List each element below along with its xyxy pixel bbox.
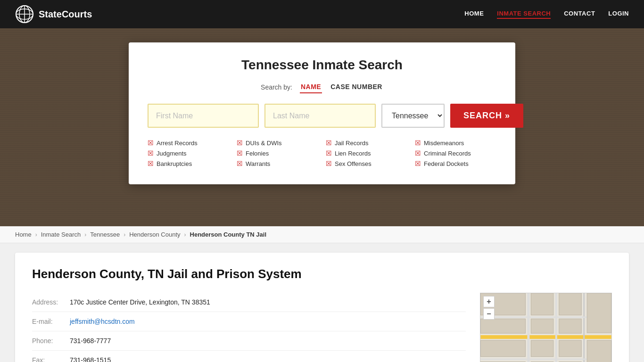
check-icon: ☒ <box>415 139 421 147</box>
search-card: Tennessee Inmate Search Search by: NAME … <box>129 42 515 184</box>
search-inputs-row: Tennessee SEARCH » <box>148 104 496 128</box>
check-judgments: ☒ Judgments <box>148 149 229 157</box>
info-row-email: E-mail: jeffsmith@hcsdtn.com <box>32 312 466 331</box>
svg-rect-25 <box>587 340 611 362</box>
breadcrumb: Home › Inmate Search › Tennessee › Hende… <box>0 226 644 243</box>
breadcrumb-county[interactable]: Henderson County <box>129 231 180 238</box>
address-value: 170c Justice Center Drive, Lexington, TN… <box>70 298 210 306</box>
breadcrumb-sep: › <box>184 231 186 238</box>
breadcrumb-sep: › <box>35 231 37 238</box>
check-label: Misdemeanors <box>424 140 464 147</box>
check-arrest-records: ☒ Arrest Records <box>148 139 229 147</box>
main-nav: HOME INMATE SEARCH CONTACT LOGIN <box>464 10 629 19</box>
svg-rect-16 <box>559 319 582 333</box>
phone-label: Phone: <box>32 337 70 345</box>
content-card: Henderson County, TN Jail and Prison Sys… <box>15 253 629 362</box>
svg-rect-17 <box>559 340 582 357</box>
check-federal-dockets: ☒ Federal Dockets <box>415 160 496 167</box>
map-section: + − <box>480 293 612 362</box>
main-content: Henderson County, TN Jail and Prison Sys… <box>0 243 644 362</box>
check-icon: ☒ <box>326 139 332 147</box>
check-label: Jail Records <box>335 140 369 147</box>
check-label: Lien Records <box>335 150 371 157</box>
check-label: DUIs & DWIs <box>246 140 282 147</box>
svg-rect-15 <box>559 293 582 315</box>
svg-rect-7 <box>527 293 529 362</box>
check-icon: ☒ <box>148 160 154 167</box>
check-felonies: ☒ Felonies <box>237 149 318 157</box>
search-card-title: Tennessee Inmate Search <box>148 58 496 73</box>
search-button[interactable]: SEARCH » <box>450 104 523 128</box>
check-icon: ☒ <box>415 149 421 157</box>
check-icon: ☒ <box>237 160 243 167</box>
nav-contact[interactable]: CONTACT <box>564 10 595 19</box>
check-jail-records: ☒ Jail Records <box>326 139 407 147</box>
hero-section: COURTHOUSE Tennessee Inmate Search Searc… <box>0 28 644 226</box>
breadcrumb-sep: › <box>84 231 86 238</box>
fax-value: 731-968-1515 <box>70 356 111 362</box>
map-svg: SR <box>480 293 611 362</box>
site-header: StateCourts HOME INMATE SEARCH CONTACT L… <box>0 0 644 28</box>
tab-case-number[interactable]: CASE NUMBER <box>330 81 383 93</box>
fax-label: Fax: <box>32 356 70 362</box>
check-icon: ☒ <box>237 149 243 157</box>
check-duis: ☒ DUIs & DWIs <box>237 139 318 147</box>
nav-home[interactable]: HOME <box>464 10 484 19</box>
check-label: Felonies <box>246 150 269 157</box>
check-label: Warrants <box>246 160 270 167</box>
first-name-input[interactable] <box>148 104 259 128</box>
check-misdemeanors: ☒ Misdemeanors <box>415 139 496 147</box>
info-row-phone: Phone: 731-968-7777 <box>32 331 466 351</box>
check-icon: ☒ <box>237 139 243 147</box>
svg-rect-8 <box>555 293 557 362</box>
content-inner: Address: 170c Justice Center Drive, Lexi… <box>32 293 612 362</box>
search-by-row: Search by: NAME CASE NUMBER <box>148 81 496 93</box>
breadcrumb-state[interactable]: Tennessee <box>90 231 120 238</box>
email-label: E-mail: <box>32 318 70 325</box>
svg-rect-20 <box>480 340 525 357</box>
checks-grid: ☒ Arrest Records ☒ DUIs & DWIs ☒ Jail Re… <box>148 139 496 167</box>
nav-login[interactable]: LOGIN <box>608 10 629 19</box>
svg-rect-12 <box>531 293 553 315</box>
svg-rect-19 <box>480 319 525 333</box>
logo-text: StateCourts <box>39 9 92 20</box>
check-bankruptcies: ☒ Bankruptcies <box>148 160 229 167</box>
check-icon: ☒ <box>148 149 154 157</box>
phone-value: 731-968-7777 <box>70 337 111 345</box>
logo-icon <box>15 5 34 24</box>
map-zoom-out[interactable]: − <box>483 308 495 320</box>
svg-rect-14 <box>531 340 553 357</box>
check-label: Criminal Records <box>424 150 471 157</box>
svg-rect-13 <box>531 319 553 333</box>
email-value[interactable]: jeffsmith@hcsdtn.com <box>70 318 135 325</box>
check-icon: ☒ <box>326 160 332 167</box>
map-container[interactable]: + − <box>480 293 612 362</box>
facility-title: Henderson County, TN Jail and Prison Sys… <box>32 267 612 281</box>
check-label: Arrest Records <box>157 140 198 147</box>
check-label: Judgments <box>157 150 187 157</box>
address-label: Address: <box>32 298 70 306</box>
check-icon: ☒ <box>415 160 421 167</box>
map-zoom-in[interactable]: + <box>483 296 495 307</box>
check-sex-offenses: ☒ Sex Offenses <box>326 160 407 167</box>
svg-rect-24 <box>587 293 611 333</box>
logo-link[interactable]: StateCourts <box>15 5 92 24</box>
check-icon: ☒ <box>148 139 154 147</box>
svg-rect-9 <box>583 293 585 362</box>
search-by-label: Search by: <box>261 83 292 91</box>
tab-name[interactable]: NAME <box>300 81 322 93</box>
info-row-address: Address: 170c Justice Center Drive, Lexi… <box>32 293 466 312</box>
state-select[interactable]: Tennessee <box>381 104 445 128</box>
check-criminal-records: ☒ Criminal Records <box>415 149 496 157</box>
nav-inmate-search[interactable]: INMATE SEARCH <box>497 10 551 19</box>
check-label: Sex Offenses <box>335 160 372 167</box>
check-icon: ☒ <box>326 149 332 157</box>
breadcrumb-inmate-search[interactable]: Inmate Search <box>41 231 81 238</box>
breadcrumb-home[interactable]: Home <box>15 231 32 238</box>
check-label: Federal Dockets <box>424 160 469 167</box>
svg-rect-6 <box>480 335 611 339</box>
breadcrumb-sep: › <box>124 231 125 238</box>
last-name-input[interactable] <box>264 104 376 128</box>
breadcrumb-current: Henderson County TN Jail <box>190 231 267 238</box>
check-label: Bankruptcies <box>157 160 192 167</box>
